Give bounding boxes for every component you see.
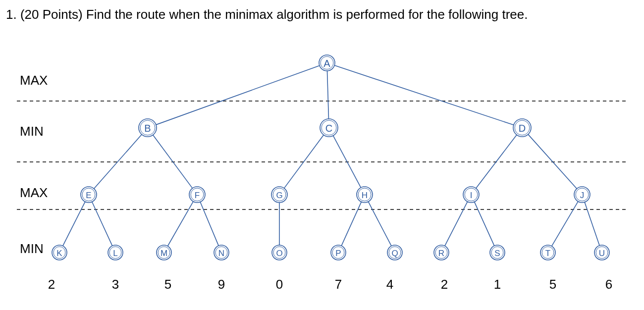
node-label-I: I xyxy=(470,191,473,200)
node-label-H: H xyxy=(362,191,368,200)
node-label-S: S xyxy=(494,249,500,258)
leaf-value-P: 7 xyxy=(335,277,342,292)
edge-D-J xyxy=(528,134,577,189)
node-label-A: A xyxy=(323,58,330,69)
edge-B-E xyxy=(94,135,142,189)
edge-D-I xyxy=(476,135,517,188)
node-label-B: B xyxy=(144,123,151,134)
leaf-value-O: 0 xyxy=(276,277,283,292)
node-R: R xyxy=(434,245,449,260)
edge-I-S xyxy=(475,202,494,246)
edge-F-N xyxy=(200,202,218,246)
edge-A-D xyxy=(334,65,514,125)
edge-I-R xyxy=(445,202,468,246)
node-J: J xyxy=(574,187,590,203)
node-Q: Q xyxy=(387,245,402,260)
node-S: S xyxy=(490,245,505,260)
leaf-value-M: 5 xyxy=(164,277,171,292)
node-I: I xyxy=(463,187,479,203)
node-label-P: P xyxy=(335,249,341,258)
node-label-Q: Q xyxy=(391,249,398,258)
node-label-U: U xyxy=(599,249,605,258)
node-H: H xyxy=(357,187,373,203)
edge-E-K xyxy=(63,202,85,246)
node-M: M xyxy=(157,245,171,260)
leaf-value-U: 6 xyxy=(605,277,612,292)
edge-E-L xyxy=(92,202,112,246)
edge-A-C xyxy=(327,71,328,119)
node-L: L xyxy=(108,245,123,260)
node-F: F xyxy=(189,187,205,203)
leaf-value-L: 3 xyxy=(112,277,119,292)
leaf-value-N: 9 xyxy=(218,277,225,292)
edge-F-M xyxy=(167,202,193,246)
node-label-F: F xyxy=(195,191,200,200)
node-label-D: D xyxy=(519,123,526,134)
node-label-N: N xyxy=(218,249,224,258)
node-C: C xyxy=(320,119,338,137)
edge-H-P xyxy=(341,202,361,246)
tree-edges xyxy=(63,65,599,246)
node-B: B xyxy=(139,119,157,137)
leaf-value-S: 1 xyxy=(494,277,501,292)
node-label-G: G xyxy=(276,191,282,200)
node-U: U xyxy=(594,245,609,260)
node-label-T: T xyxy=(545,249,550,258)
leaf-value-Q: 4 xyxy=(386,277,393,292)
node-label-K: K xyxy=(56,249,62,258)
leaf-value-K: 2 xyxy=(48,277,55,292)
node-A: A xyxy=(319,55,335,71)
minimax-tree: ABCDEFGHIJKLMNOPQRSTU 23590742156 xyxy=(0,0,644,310)
node-label-O: O xyxy=(276,249,282,258)
level-separators xyxy=(17,101,627,209)
node-label-C: C xyxy=(325,123,332,134)
leaf-value-T: 5 xyxy=(549,277,556,292)
node-label-E: E xyxy=(86,191,91,200)
node-label-R: R xyxy=(438,249,444,258)
node-label-L: L xyxy=(113,249,117,258)
node-E: E xyxy=(81,187,97,203)
node-G: G xyxy=(271,187,287,203)
node-N: N xyxy=(214,245,229,260)
edge-J-T xyxy=(552,202,578,246)
node-D: D xyxy=(513,119,531,137)
edge-C-H xyxy=(333,136,361,188)
leaf-value-R: 2 xyxy=(441,277,448,292)
node-P: P xyxy=(331,245,346,260)
node-label-J: J xyxy=(580,191,585,200)
tree-nodes: ABCDEFGHIJKLMNOPQRSTU xyxy=(52,55,609,260)
edge-H-Q xyxy=(368,202,391,246)
edge-A-B xyxy=(156,65,320,124)
node-K: K xyxy=(52,245,67,260)
edge-J-U xyxy=(585,202,599,246)
node-T: T xyxy=(540,245,555,260)
node-label-M: M xyxy=(161,249,167,258)
page: 1. (20 Points) Find the route when the m… xyxy=(0,0,644,310)
node-O: O xyxy=(272,245,287,260)
leaf-values: 23590742156 xyxy=(48,277,612,292)
